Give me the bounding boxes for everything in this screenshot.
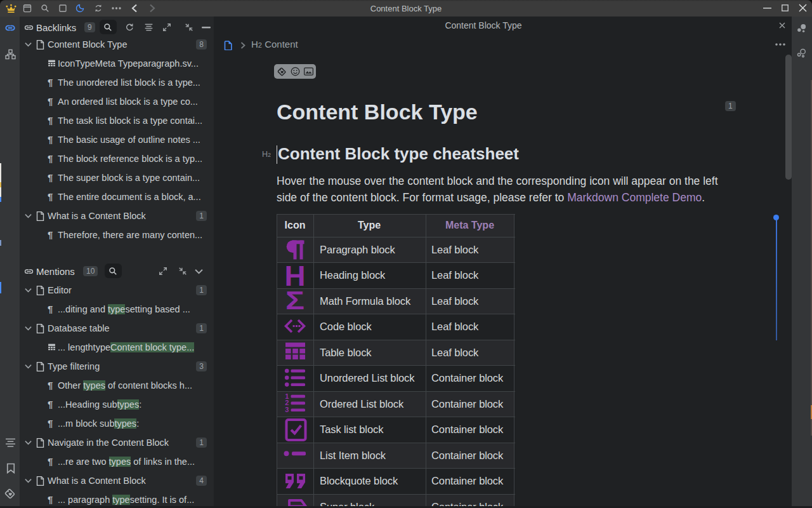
- svg-text:Σ: Σ: [285, 288, 304, 313]
- svg-text:3: 3: [285, 406, 289, 413]
- svg-text:H: H: [285, 263, 306, 288]
